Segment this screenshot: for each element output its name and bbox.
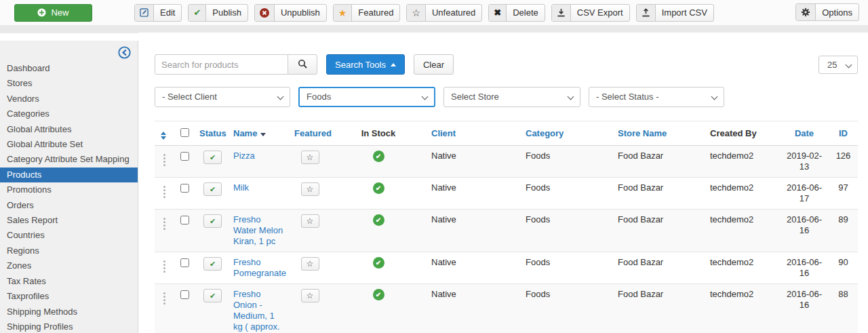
id-cell: 126 [829, 146, 858, 178]
new-button[interactable]: New [14, 4, 92, 22]
created-by-cell: techdemo2 [706, 284, 780, 333]
product-name-link[interactable]: Milk [233, 182, 249, 193]
sidebar-item-stores[interactable]: Stores [0, 76, 138, 91]
drag-handle-icon[interactable] [163, 296, 165, 298]
clear-button[interactable]: Clear [414, 54, 454, 75]
sidebar-item-vendors[interactable]: Vendors [0, 92, 138, 106]
created-by-cell: techdemo2 [706, 210, 780, 252]
featured-button[interactable]: ★Featured [333, 4, 401, 22]
options-button[interactable]: Options [795, 3, 859, 21]
sidebar-item-taxprofiles[interactable]: Taxprofiles [0, 289, 138, 304]
date-cell: 2016-06-16 [780, 210, 829, 252]
column-header-status[interactable]: Status [195, 121, 229, 146]
sidebar-item-regions[interactable]: Regions [0, 243, 138, 258]
status-toggle-button[interactable]: ✔ [203, 151, 222, 164]
search-tools-button[interactable]: Search Tools [326, 54, 405, 75]
row-checkbox[interactable] [180, 152, 189, 161]
options-button-label: Options [816, 4, 859, 20]
download-icon [552, 5, 571, 21]
product-name-link[interactable]: Fresho Onion - Medium, 1 kg ( approx. 10… [233, 289, 282, 333]
toolbar-button-group: NewEdit✔PublishUnpublish★Featured☆Unfeat… [14, 4, 714, 22]
sidebar-item-zones[interactable]: Zones [0, 258, 138, 273]
featured-toggle-button[interactable]: ☆ [301, 182, 319, 196]
row-checkbox[interactable] [180, 216, 189, 224]
sidebar-item-category-attribute-set-mapping[interactable]: Category Attribute Set Mapping [0, 152, 138, 167]
status-toggle-button[interactable]: ✔ [203, 289, 222, 302]
star-outline-icon: ☆ [307, 291, 314, 300]
filter-select-select-store[interactable]: Select Store [443, 87, 580, 107]
featured-toggle-button[interactable]: ☆ [301, 257, 319, 271]
product-name-link[interactable]: Fresho Water Melon Kiran, 1 pc [233, 214, 283, 246]
select-all-checkbox[interactable] [180, 128, 189, 137]
category-cell: Foods [521, 178, 614, 210]
column-header-ordering [155, 121, 172, 146]
featured-toggle-button[interactable]: ☆ [301, 214, 319, 228]
star-outline-icon: ☆ [307, 259, 314, 269]
sidebar-item-orders[interactable]: Orders [0, 198, 138, 213]
publish-button[interactable]: ✔Publish [188, 4, 248, 22]
filter-select-select-client[interactable]: - Select Client [155, 87, 290, 107]
sort-ordering-icon[interactable] [159, 132, 166, 140]
product-name-link[interactable]: Fresho Pomegranate [233, 257, 286, 278]
status-toggle-button[interactable]: ✔ [203, 214, 222, 228]
sidebar-menu: DashboardStoresVendorsCategoriesGlobal A… [0, 61, 138, 333]
edit-button[interactable]: Edit [134, 4, 182, 22]
collapse-sidebar-icon[interactable] [118, 46, 131, 59]
column-header-created-by: Created By [706, 121, 780, 146]
search-input[interactable] [155, 54, 288, 75]
status-toggle-button[interactable]: ✔ [203, 257, 222, 271]
drag-handle-icon[interactable] [163, 264, 165, 266]
table-row: ✔Pizza☆✔NativeFoodsFood Bazartechdemo220… [155, 146, 858, 178]
import-csv-button[interactable]: Import CSV [636, 4, 714, 22]
filter-select-select-status[interactable]: - Select Status - [589, 87, 724, 107]
store-name-cell: Food Bazar [614, 146, 706, 178]
created-by-cell: techdemo2 [706, 252, 780, 284]
sidebar-item-promotions[interactable]: Promotions [0, 182, 138, 197]
column-header-id[interactable]: ID [829, 121, 858, 146]
sidebar-item-sales-report[interactable]: Sales Report [0, 213, 138, 228]
sidebar-item-shipping-profiles[interactable]: Shipping Profiles [0, 319, 138, 333]
row-checkbox[interactable] [180, 290, 189, 299]
sidebar-item-categories[interactable]: Categories [0, 106, 138, 121]
drag-handle-icon[interactable] [163, 221, 165, 223]
sidebar-collapse-row [0, 41, 138, 61]
sidebar-item-tax-rates[interactable]: Tax Rates [0, 274, 138, 289]
column-header-client[interactable]: Client [427, 121, 521, 146]
table-row: ✔Fresho Water Melon Kiran, 1 pc☆✔NativeF… [155, 210, 858, 252]
status-toggle-button[interactable]: ✔ [203, 182, 222, 196]
in-stock-icon: ✔ [373, 257, 384, 269]
sidebar-item-global-attribute-set[interactable]: Global Attribute Set [0, 137, 138, 152]
check-icon: ✔ [210, 260, 216, 268]
column-header-name[interactable]: Name [229, 121, 290, 146]
column-header-featured[interactable]: Featured [290, 121, 330, 146]
column-header-date[interactable]: Date [780, 121, 829, 146]
store-name-cell: Food Bazar [614, 178, 706, 210]
toolbar: NewEdit✔PublishUnpublish★Featured☆Unfeat… [0, 0, 868, 25]
sidebar-item-products[interactable]: Products [0, 168, 138, 182]
row-checkbox[interactable] [180, 258, 189, 267]
filter-row: - Select ClientFoodsSelect Store- Select… [155, 87, 858, 107]
sidebar-item-dashboard[interactable]: Dashboard [0, 61, 138, 76]
sidebar-item-global-attributes[interactable]: Global Attributes [0, 122, 138, 137]
product-name-link[interactable]: Pizza [233, 151, 255, 161]
table-body: ✔Pizza☆✔NativeFoodsFood Bazartechdemo220… [155, 146, 858, 333]
search-submit-button[interactable] [288, 54, 317, 75]
page-size-select[interactable]: 25 [818, 56, 858, 74]
filter-select-foods[interactable]: Foods [298, 87, 435, 107]
check-icon: ✔ [189, 5, 206, 21]
cancel-circle-icon [255, 5, 275, 21]
unpublish-button[interactable]: Unpublish [254, 4, 327, 22]
drag-handle-icon[interactable] [163, 157, 165, 159]
csv-export-button[interactable]: CSV Export [551, 4, 630, 22]
featured-toggle-button[interactable]: ☆ [301, 151, 319, 164]
drag-handle-icon[interactable] [163, 189, 165, 191]
delete-button[interactable]: ✖Delete [488, 4, 545, 22]
sidebar-item-shipping-methods[interactable]: Shipping Methods [0, 305, 138, 319]
column-header-store-name[interactable]: Store Name [614, 121, 706, 146]
featured-toggle-button[interactable]: ☆ [301, 289, 319, 302]
gear-icon [796, 4, 816, 20]
column-header-category[interactable]: Category [521, 121, 614, 146]
unfeatured-button[interactable]: ☆Unfeatured [406, 4, 482, 22]
sidebar-item-countries[interactable]: Countries [0, 228, 138, 243]
row-checkbox[interactable] [180, 184, 189, 193]
